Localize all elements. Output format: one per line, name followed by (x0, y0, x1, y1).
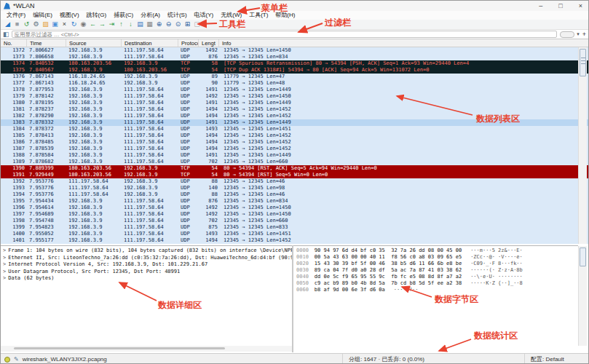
find-packet-icon[interactable]: ◉ (79, 20, 88, 29)
packet-row[interactable]: 1400 7.955052 192.168.3.9 111.197.58.64 … (1, 231, 589, 237)
detail-line[interactable]: >Ethernet II, Src: LiteonTechno_7a:26:dd… (3, 255, 292, 262)
expander-icon[interactable]: > (3, 248, 6, 253)
zoom-in-icon[interactable]: ⊕ (154, 20, 164, 29)
packet-row[interactable]: 1376 7.867143 116.18.24.65 192.168.3.9 U… (1, 74, 589, 80)
packet-row[interactable]: 1391 7.929449 180.163.203.56 192.168.3.9… (1, 172, 589, 178)
details-horizontal-scrollbar[interactable] (1, 346, 292, 352)
hex-row[interactable]: 001000 5a 43 63 00 00 40 11 f8 56 c0 a8 … (296, 254, 578, 261)
packet-row[interactable]: 1390 7.889399 180.163.203.56 192.168.3.9… (1, 165, 589, 172)
expander-icon[interactable]: > (3, 269, 6, 274)
hex-offset: 0000 (296, 248, 309, 253)
scrollbar-thumb[interactable] (14, 347, 225, 349)
filter-dropdown-icon[interactable]: ▾ (577, 31, 580, 37)
packet-row[interactable]: 1395 7.954434 192.168.3.9 111.197.58.64 … (1, 198, 589, 205)
hex-row[interactable]: 0040dd 0e 5c f9 65 95 55 9c fb fc e5 08 … (296, 274, 578, 280)
packet-row[interactable]: 1379 7.878142 192.168.3.9 111.197.58.64 … (1, 93, 589, 100)
resize-columns-icon[interactable]: ⊞ (183, 20, 192, 29)
autoscroll-icon[interactable]: ▤ (135, 20, 145, 29)
packet-row[interactable]: 1373 7.806658 192.168.3.9 111.197.58.64 … (1, 54, 589, 60)
packet-row[interactable]: 1392 7.953776 111.197.58.64 192.168.3.9 … (1, 178, 589, 185)
packet-row[interactable]: 1394 7.953776 111.197.58.64 192.168.3.9 … (1, 191, 589, 198)
column-header-protocol[interactable]: Protoco (178, 39, 199, 47)
packet-row[interactable]: 1397 7.954689 192.168.3.9 111.197.58.64 … (1, 211, 589, 218)
detail-line[interactable]: >Data (62 bytes) (3, 275, 292, 282)
packet-row[interactable]: 1384 7.878372 192.168.3.9 111.197.58.64 … (1, 126, 589, 132)
expert-info-icon[interactable] (4, 357, 10, 363)
restart-capture-icon[interactable]: ↺ (22, 20, 31, 29)
packet-row[interactable]: 1387 7.878539 192.168.3.9 111.197.58.64 … (1, 146, 589, 152)
colorize-icon[interactable]: ▦ (145, 20, 154, 29)
maximize-icon[interactable]: □ (558, 1, 562, 11)
scrollbar-thumb[interactable] (580, 49, 586, 76)
hex-row[interactable]: 0050c9 ac b9 89 b0 4b 8d 5a 7b cd b8 5d … (296, 280, 578, 287)
expander-icon[interactable]: > (3, 261, 6, 267)
last-packet-icon[interactable]: ↓ (126, 20, 135, 29)
close-icon[interactable]: × (579, 1, 582, 11)
hex-row[interactable]: 003089 ca 04 7f d0 a0 28 df 5a ac 7a 87 … (296, 267, 578, 274)
expander-icon[interactable]: > (3, 275, 6, 281)
packet-row[interactable]: 1377 7.867143 116.18.24.65 192.168.3.9 U… (1, 80, 589, 87)
capture-filter-icon[interactable]: ▢ (192, 20, 202, 29)
hex-row[interactable]: 002015 43 30 39 bf 5f 00 46 38 b5 d6 11 … (296, 261, 578, 267)
minimize-icon[interactable]: – (539, 1, 542, 11)
column-header-time[interactable]: Time (27, 39, 66, 47)
start-capture-icon[interactable]: ◢ (3, 20, 12, 29)
save-file-icon[interactable]: ▣ (50, 20, 60, 29)
first-packet-icon[interactable]: ↑ (116, 20, 126, 29)
menu-item[interactable]: 文件(F) (3, 11, 29, 20)
expander-icon[interactable]: > (3, 255, 6, 261)
capture-options-icon[interactable]: ⚙ (31, 20, 41, 29)
packet-row[interactable]: 1386 7.878485 192.168.3.9 111.197.58.64 … (1, 139, 589, 146)
hex-row[interactable]: 0060b8 af 9d 00 6e 3f d6 0a····n?·· (296, 287, 578, 293)
bytes-pane-scrollbar[interactable] (578, 246, 587, 346)
scrollbar-thumb[interactable] (580, 248, 586, 266)
cell-destination: 192.168.3.9 (122, 185, 178, 191)
column-header-destination[interactable]: Destination (122, 39, 178, 47)
go-back-icon[interactable]: ← (88, 20, 98, 29)
zoom-out-icon[interactable]: ⊖ (164, 20, 173, 29)
packet-row[interactable]: 1375 7.840567 192.168.3.9 180.163.203.56… (1, 67, 589, 74)
menu-item[interactable]: 视图(V) (56, 11, 83, 20)
packet-row[interactable]: 1389 7.878682 192.168.3.9 111.197.58.64 … (1, 159, 589, 165)
packet-row[interactable]: 1374 7.840532 180.163.203.56 192.168.3.9… (1, 60, 589, 67)
stop-capture-icon[interactable]: ■ (12, 20, 22, 29)
open-file-icon[interactable]: ▨ (41, 20, 50, 29)
packet-row[interactable]: 1372 7.806627 192.168.3.9 111.197.58.64 … (1, 47, 589, 54)
zoom-100-icon[interactable]: ⊙ (173, 20, 183, 29)
packet-list-scrollbar[interactable] (578, 47, 587, 244)
menu-item[interactable]: 统计(S) (164, 11, 191, 20)
detail-line[interactable]: >Internet Protocol Version 4, Src: 192.1… (3, 261, 292, 269)
packet-row[interactable]: 1385 7.878413 192.168.3.9 111.197.58.64 … (1, 132, 589, 139)
packet-row[interactable]: 1381 7.878237 192.168.3.9 111.197.58.64 … (1, 106, 589, 113)
reload-file-icon[interactable]: ↻ (69, 20, 79, 29)
column-header-no[interactable]: No. (1, 39, 27, 47)
filter-expression-button[interactable] (560, 31, 574, 38)
menu-item[interactable]: 跳转(G) (83, 11, 111, 20)
menu-item[interactable]: 捕获(C) (110, 11, 137, 20)
detail-line[interactable]: >User Datagram Protocol, Src Port: 12345… (3, 269, 292, 276)
profile-status[interactable]: 配置: Default (524, 354, 589, 364)
column-header-source[interactable]: Source (66, 39, 122, 47)
packet-row[interactable]: 1388 7.878584 192.168.3.9 111.197.58.64 … (1, 152, 589, 159)
packet-row[interactable]: 1378 7.877953 192.168.3.9 111.197.58.64 … (1, 87, 589, 93)
packet-row[interactable]: 1396 7.954614 192.168.3.9 111.197.58.64 … (1, 205, 589, 211)
filter-add-button[interactable]: + (582, 31, 586, 38)
close-file-icon[interactable]: × (60, 20, 69, 29)
go-forward-icon[interactable]: → (98, 20, 107, 29)
menu-item[interactable]: 分析(A) (137, 11, 164, 20)
go-to-packet-icon[interactable]: ⇥ (107, 20, 116, 29)
display-filter-input[interactable] (12, 31, 558, 38)
packet-row[interactable]: 1398 7.954748 192.168.3.9 111.197.58.64 … (1, 218, 589, 224)
column-header-info[interactable]: Info (219, 39, 589, 47)
packet-row[interactable]: 1399 7.954823 192.168.3.9 111.197.58.64 … (1, 224, 589, 231)
hex-row[interactable]: 000090 94 97 6d d4 bf c0 35 32 7a 26 dd … (296, 248, 578, 254)
packet-row[interactable]: 1380 7.878195 192.168.3.9 111.197.58.64 … (1, 100, 589, 106)
column-header-length[interactable]: Lengt (199, 39, 219, 47)
packet-row[interactable]: 1393 7.953776 111.197.58.64 192.168.3.9 … (1, 185, 589, 191)
filter-bookmark-icon[interactable]: ◧ (3, 31, 9, 38)
edit-comment-icon[interactable]: ✎ (14, 356, 19, 363)
detail-line[interactable]: >Frame 1: 104 bytes on wire (832 bits), … (3, 248, 292, 255)
menu-item[interactable]: 电话(Y) (191, 11, 218, 20)
menu-item[interactable]: 编辑(E) (29, 11, 56, 20)
packet-row[interactable]: 1401 7.955177 192.168.3.9 111.197.58.64 … (1, 237, 589, 244)
